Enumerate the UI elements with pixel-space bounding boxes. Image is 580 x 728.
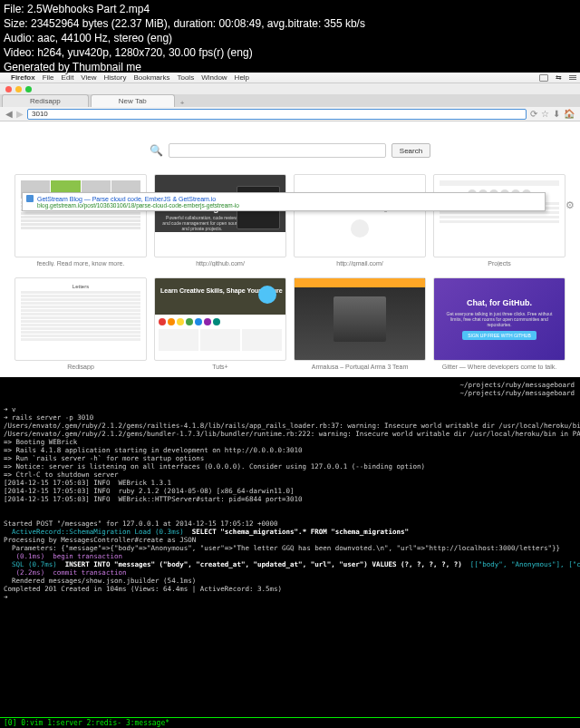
terminal-cwd: ~/projects/ruby/messageboard: [460, 389, 575, 397]
tile-tuts[interactable]: Learn Creative Skills, Shape Your Future…: [154, 277, 286, 370]
bookmark-button[interactable]: ☆: [541, 109, 549, 119]
download-button[interactable]: ⬇: [553, 109, 560, 119]
tile-feedly[interactable]: feedly. Read more, know more.: [14, 174, 147, 267]
overlay-file: File: 2.5Webhooks Part 2.mp4: [4, 2, 576, 16]
window-titlebar[interactable]: [0, 83, 580, 94]
back-button[interactable]: ◀: [5, 109, 13, 119]
url-suggestion-dropdown[interactable]: GetStream Blog — Parse cloud code, Ember…: [22, 192, 546, 211]
navigation-toolbar: ◀ ▶ 3010 ⟳ ☆ ⬇ 🏠: [0, 107, 580, 121]
avatar-placeholder-icon: [351, 219, 369, 238]
tile-cta: SIGN UP FREE WITH GITHUB: [462, 331, 536, 340]
terminal-line: => Notice: server is listening on all in…: [4, 462, 425, 471]
tile-redisapp[interactable]: Letters Redisapp: [14, 277, 147, 370]
tile-thumbnail: [294, 277, 426, 361]
tab-new-tab[interactable]: New Tab: [91, 94, 175, 107]
tile-thumbnail: Chat, for GitHub. Get everyone talking i…: [433, 277, 566, 361]
tab-add-button[interactable]: +: [175, 99, 190, 107]
browser-tabbar: Redisapp New Tab +: [0, 94, 580, 107]
terminal-line: [2014-12-15 17:05:03] INFO WEBrick 1.3.1: [4, 479, 171, 487]
terminal-line: => Rails 4.1.8 application starting in d…: [4, 446, 303, 454]
terminal-line: Rendered messages/show.json.jbuilder (54…: [4, 577, 196, 585]
browser-window-chrome: Redisapp New Tab + ◀ ▶ 3010 ⟳ ☆ ⬇ 🏠: [0, 83, 580, 121]
tile-armalusa[interactable]: Armalusa – Portugal Arma 3 Team: [294, 277, 426, 370]
terminal-line: (0.1ms) begin transaction: [4, 552, 122, 560]
tile-caption: Tuts+: [154, 364, 286, 370]
tile-caption: Redisapp: [14, 364, 147, 370]
overlay-generated: Generated by Thumbnail me: [4, 60, 576, 74]
terminal-line: ➜: [4, 593, 12, 601]
tmux-session: [0]: [4, 719, 16, 727]
desktop-area: Firefox File Edit View History Bookmarks…: [0, 73, 580, 377]
newtab-settings-icon[interactable]: ⚙: [566, 199, 575, 211]
terminal-line: ➜ v: [4, 405, 16, 413]
terminal-line: [2014-12-15 17:05:03] INFO ruby 2.1.2 (2…: [4, 487, 295, 495]
url-value: 3010: [32, 110, 48, 118]
terminal-line: Processing by MessagesController#create …: [4, 536, 196, 544]
home-button[interactable]: 🏠: [564, 109, 575, 119]
tile-thumbnail: Learn Creative Skills, Shape Your Future: [154, 277, 286, 361]
terminal-panel[interactable]: ~/projects/ruby/messageboard ~/projects/…: [0, 377, 580, 728]
terminal-line: SQL (0.7ms) INSERT INTO "messages" ("bod…: [4, 560, 580, 568]
tile-projects[interactable]: Projects: [433, 174, 566, 267]
window-minimize-button[interactable]: [15, 86, 22, 92]
tile-header: Letters: [21, 284, 140, 289]
terminal-line: Started POST "/messages" for 127.0.0.1 a…: [4, 519, 278, 528]
tile-caption: Gitter — Where developers come to talk.: [433, 364, 566, 370]
newtab-search-row: 🔍 Search: [11, 143, 569, 158]
terminal-line: Parameters: {"message"=>{"body"=>"Anonym…: [4, 544, 560, 552]
suggestion-title: GetStream Blog — Parse cloud code, Ember…: [37, 196, 216, 202]
terminal-line: ActiveRecord::SchemaMigration Load (0.3m…: [4, 528, 409, 536]
refresh-button[interactable]: ⟳: [530, 109, 537, 119]
window-close-button[interactable]: [5, 86, 12, 92]
terminal-line: Completed 201 Created in 104ms (Views: 6…: [4, 585, 282, 593]
tile-gitter[interactable]: Chat, for GitHub. Get everyone talking i…: [433, 277, 566, 370]
terminal-line: /Users/envato/.gem/ruby/2.1.2/gems/railt…: [4, 422, 580, 430]
url-input[interactable]: 3010: [27, 109, 527, 120]
search-button[interactable]: Search: [392, 143, 430, 158]
terminal-line: => Run `rails server -h` for more startu…: [4, 454, 204, 462]
suggestion-item[interactable]: GetStream Blog — Parse cloud code, Ember…: [26, 195, 541, 202]
tile-caption: http://github.com/: [154, 260, 286, 267]
tile-gmail[interactable]: Google One account. All of Google. http:…: [294, 174, 426, 267]
terminal-line: ➜ rails server -p 3010: [4, 413, 93, 422]
tile-subtext: Get everyone talking in just three click…: [434, 311, 565, 327]
terminal-cwd: ~/projects/ruby/messageboard: [460, 381, 575, 389]
terminal-line: /Users/envato/.gem/ruby/2.1.2/gems/bundl…: [4, 430, 580, 438]
terminal-line: => Ctrl-C to shutdown server: [4, 471, 118, 479]
forward-button[interactable]: ▶: [16, 109, 24, 119]
tile-caption: http://gmail.com/: [294, 260, 426, 267]
terminal-line: => Booting WEBrick: [4, 438, 77, 446]
search-icon: 🔍: [150, 144, 163, 157]
suggestion-url: blog.getstream.io/post/103630106/18/pars…: [37, 202, 541, 209]
tile-thumbnail: Build software better, together. Powerfu…: [154, 174, 286, 257]
overlay-video: Video: h264, yuv420p, 1280x720, 30.00 fp…: [4, 45, 576, 60]
tile-caption: Armalusa – Portugal Arma 3 Team: [294, 364, 426, 370]
newtab-content: 🔍 Search feedly. Read more, know more. B…: [0, 121, 580, 377]
tile-caption: feedly. Read more, know more.: [14, 260, 147, 267]
overlay-audio: Audio: aac, 44100 Hz, stereo (eng): [4, 31, 576, 45]
url-actions: ⟳ ☆ ⬇ 🏠: [530, 109, 575, 119]
window-zoom-button[interactable]: [25, 86, 32, 92]
suggestion-favicon-icon: [26, 195, 34, 202]
search-input[interactable]: [169, 143, 386, 158]
tile-thumbnail: Google One account. All of Google.: [294, 174, 426, 257]
tile-caption: Projects: [433, 260, 566, 267]
tile-thumbnail: Letters: [14, 277, 147, 361]
tile-thumbnail: [433, 174, 566, 257]
terminal-line: [2014-12-15 17:05:03] INFO WEBrick::HTTP…: [4, 495, 303, 503]
tab-redisapp[interactable]: Redisapp: [2, 94, 89, 107]
tile-github[interactable]: Build software better, together. Powerfu…: [154, 174, 286, 267]
tile-thumbnail: [14, 174, 147, 257]
terminal-line: (2.2ms) commit transaction: [4, 568, 126, 577]
thumbnail-overlay: File: 2.5Webhooks Part 2.mp4 Size: 23452…: [0, 0, 580, 76]
tile-subtext: Powerful collaboration, code review, and…: [162, 215, 242, 231]
tile-headline: Chat, for GitHub.: [467, 298, 532, 307]
overlay-size: Size: 23452964 bytes (22.37 MiB), durati…: [4, 16, 576, 31]
tmux-windows: 0:vim 1:server 2:redis- 3:message*: [21, 719, 169, 727]
tmux-statusbar[interactable]: [0] 0:vim 1:server 2:redis- 3:message*: [0, 717, 580, 728]
